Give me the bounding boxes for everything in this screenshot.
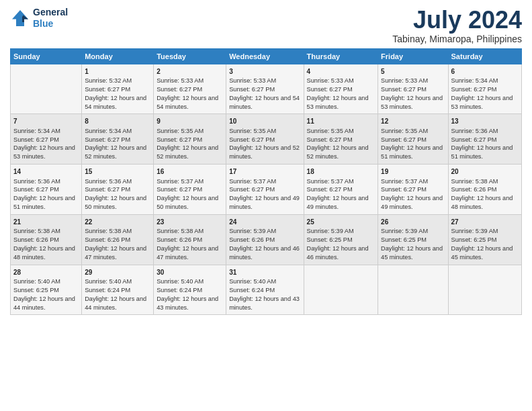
logo-text: General Blue (33, 7, 68, 30)
logo: General Blue (10, 7, 68, 30)
day-cell: 25Sunrise: 5:39 AMSunset: 6:25 PMDayligh… (304, 214, 378, 265)
day-info: Sunrise: 5:37 AMSunset: 6:27 PMDaylight:… (381, 178, 443, 210)
day-number: 27 (451, 218, 519, 227)
day-info: Sunrise: 5:36 AMSunset: 6:27 PMDaylight:… (13, 178, 75, 210)
header-friday: Friday (378, 48, 448, 64)
day-info: Sunrise: 5:34 AMSunset: 6:27 PMDaylight:… (13, 128, 75, 160)
day-cell: 19Sunrise: 5:37 AMSunset: 6:27 PMDayligh… (378, 165, 448, 215)
day-cell: 4Sunrise: 5:33 AMSunset: 6:27 PMDaylight… (304, 64, 378, 114)
day-cell: 30Sunrise: 5:40 AMSunset: 6:24 PMDayligh… (154, 265, 226, 315)
header-sunday: Sunday (11, 48, 82, 64)
day-cell: 24Sunrise: 5:39 AMSunset: 6:26 PMDayligh… (226, 214, 304, 265)
day-cell: 7Sunrise: 5:34 AMSunset: 6:27 PMDaylight… (11, 114, 82, 165)
day-number: 14 (13, 167, 79, 177)
day-info: Sunrise: 5:35 AMSunset: 6:27 PMDaylight:… (229, 128, 300, 160)
day-info: Sunrise: 5:33 AMSunset: 6:27 PMDaylight:… (157, 77, 218, 109)
week-row-1: 1Sunrise: 5:32 AMSunset: 6:27 PMDaylight… (11, 64, 522, 114)
day-cell: 15Sunrise: 5:36 AMSunset: 6:27 PMDayligh… (82, 165, 154, 215)
day-info: Sunrise: 5:33 AMSunset: 6:27 PMDaylight:… (229, 77, 300, 109)
day-number: 15 (85, 167, 150, 177)
day-info: Sunrise: 5:36 AMSunset: 6:27 PMDaylight:… (85, 178, 146, 210)
day-cell: 17Sunrise: 5:37 AMSunset: 6:27 PMDayligh… (226, 165, 304, 215)
day-number: 6 (451, 67, 519, 77)
day-info: Sunrise: 5:36 AMSunset: 6:27 PMDaylight:… (451, 128, 513, 160)
week-row-4: 21Sunrise: 5:38 AMSunset: 6:26 PMDayligh… (11, 214, 522, 265)
day-info: Sunrise: 5:35 AMSunset: 6:27 PMDaylight:… (157, 128, 218, 160)
day-cell: 18Sunrise: 5:37 AMSunset: 6:27 PMDayligh… (304, 165, 378, 215)
day-number: 4 (307, 67, 375, 77)
title-block: July 2024 Tabinay, Mimaropa, Philippines (392, 7, 522, 44)
day-number: 24 (229, 218, 300, 227)
logo-line2: Blue (33, 18, 68, 30)
day-cell: 28Sunrise: 5:40 AMSunset: 6:25 PMDayligh… (11, 265, 82, 315)
day-cell: 6Sunrise: 5:34 AMSunset: 6:27 PMDaylight… (448, 64, 521, 114)
day-number: 21 (13, 218, 79, 227)
day-number: 8 (85, 117, 150, 126)
day-cell: 10Sunrise: 5:35 AMSunset: 6:27 PMDayligh… (226, 114, 304, 165)
day-cell (378, 265, 448, 315)
day-number: 22 (85, 218, 150, 227)
day-info: Sunrise: 5:40 AMSunset: 6:25 PMDaylight:… (13, 278, 75, 310)
day-cell: 22Sunrise: 5:38 AMSunset: 6:26 PMDayligh… (82, 214, 154, 265)
logo-line1: General (33, 7, 68, 18)
day-cell: 9Sunrise: 5:35 AMSunset: 6:27 PMDaylight… (154, 114, 226, 165)
day-info: Sunrise: 5:38 AMSunset: 6:26 PMDaylight:… (157, 228, 218, 260)
day-info: Sunrise: 5:35 AMSunset: 6:27 PMDaylight:… (307, 128, 369, 160)
page: General Blue July 2024 Tabinay, Mimaropa… (0, 0, 532, 411)
calendar-table: Sunday Monday Tuesday Wednesday Thursday… (10, 48, 522, 316)
day-cell: 26Sunrise: 5:39 AMSunset: 6:25 PMDayligh… (378, 214, 448, 265)
day-number: 11 (307, 117, 375, 126)
main-title: July 2024 (392, 7, 522, 34)
day-number: 23 (157, 218, 223, 227)
day-cell: 16Sunrise: 5:37 AMSunset: 6:27 PMDayligh… (154, 165, 226, 215)
day-cell: 31Sunrise: 5:40 AMSunset: 6:24 PMDayligh… (226, 265, 304, 315)
week-row-5: 28Sunrise: 5:40 AMSunset: 6:25 PMDayligh… (11, 265, 522, 315)
day-number: 18 (307, 167, 375, 177)
day-number: 12 (381, 117, 445, 126)
day-number: 9 (157, 117, 223, 126)
day-cell (304, 265, 378, 315)
day-number: 26 (381, 218, 445, 227)
day-info: Sunrise: 5:37 AMSunset: 6:27 PMDaylight:… (307, 178, 369, 210)
day-info: Sunrise: 5:38 AMSunset: 6:26 PMDaylight:… (85, 228, 146, 260)
day-cell: 21Sunrise: 5:38 AMSunset: 6:26 PMDayligh… (11, 214, 82, 265)
day-number: 31 (229, 268, 300, 277)
day-info: Sunrise: 5:40 AMSunset: 6:24 PMDaylight:… (229, 278, 300, 310)
day-number: 3 (229, 67, 300, 77)
header-tuesday: Tuesday (154, 48, 226, 64)
header-saturday: Saturday (448, 48, 521, 64)
day-info: Sunrise: 5:39 AMSunset: 6:25 PMDaylight:… (381, 228, 443, 260)
day-info: Sunrise: 5:39 AMSunset: 6:25 PMDaylight:… (307, 228, 369, 260)
week-row-2: 7Sunrise: 5:34 AMSunset: 6:27 PMDaylight… (11, 114, 522, 165)
day-info: Sunrise: 5:34 AMSunset: 6:27 PMDaylight:… (451, 77, 513, 109)
header-wednesday: Wednesday (226, 48, 304, 64)
day-cell: 29Sunrise: 5:40 AMSunset: 6:24 PMDayligh… (82, 265, 154, 315)
day-cell: 11Sunrise: 5:35 AMSunset: 6:27 PMDayligh… (304, 114, 378, 165)
day-number: 25 (307, 218, 375, 227)
day-number: 17 (229, 167, 300, 177)
day-number: 28 (13, 268, 79, 277)
day-number: 2 (157, 67, 223, 77)
day-cell: 1Sunrise: 5:32 AMSunset: 6:27 PMDaylight… (82, 64, 154, 114)
day-number: 1 (85, 67, 150, 77)
day-number: 13 (451, 117, 519, 126)
calendar-body: 1Sunrise: 5:32 AMSunset: 6:27 PMDaylight… (11, 64, 522, 315)
day-cell: 13Sunrise: 5:36 AMSunset: 6:27 PMDayligh… (448, 114, 521, 165)
day-cell: 14Sunrise: 5:36 AMSunset: 6:27 PMDayligh… (11, 165, 82, 215)
day-cell: 8Sunrise: 5:34 AMSunset: 6:27 PMDaylight… (82, 114, 154, 165)
day-cell: 2Sunrise: 5:33 AMSunset: 6:27 PMDaylight… (154, 64, 226, 114)
day-info: Sunrise: 5:32 AMSunset: 6:27 PMDaylight:… (85, 77, 146, 109)
week-row-3: 14Sunrise: 5:36 AMSunset: 6:27 PMDayligh… (11, 165, 522, 215)
day-cell (448, 265, 521, 315)
day-info: Sunrise: 5:34 AMSunset: 6:27 PMDaylight:… (85, 128, 146, 160)
day-number: 19 (381, 167, 445, 177)
subtitle: Tabinay, Mimaropa, Philippines (392, 34, 522, 44)
day-cell: 27Sunrise: 5:39 AMSunset: 6:25 PMDayligh… (448, 214, 521, 265)
day-cell: 3Sunrise: 5:33 AMSunset: 6:27 PMDaylight… (226, 64, 304, 114)
calendar-header: Sunday Monday Tuesday Wednesday Thursday… (11, 48, 522, 64)
day-info: Sunrise: 5:38 AMSunset: 6:26 PMDaylight:… (451, 178, 513, 210)
day-cell: 5Sunrise: 5:33 AMSunset: 6:27 PMDaylight… (378, 64, 448, 114)
day-info: Sunrise: 5:33 AMSunset: 6:27 PMDaylight:… (381, 77, 443, 109)
day-cell: 12Sunrise: 5:35 AMSunset: 6:27 PMDayligh… (378, 114, 448, 165)
header: General Blue July 2024 Tabinay, Mimaropa… (10, 7, 522, 44)
